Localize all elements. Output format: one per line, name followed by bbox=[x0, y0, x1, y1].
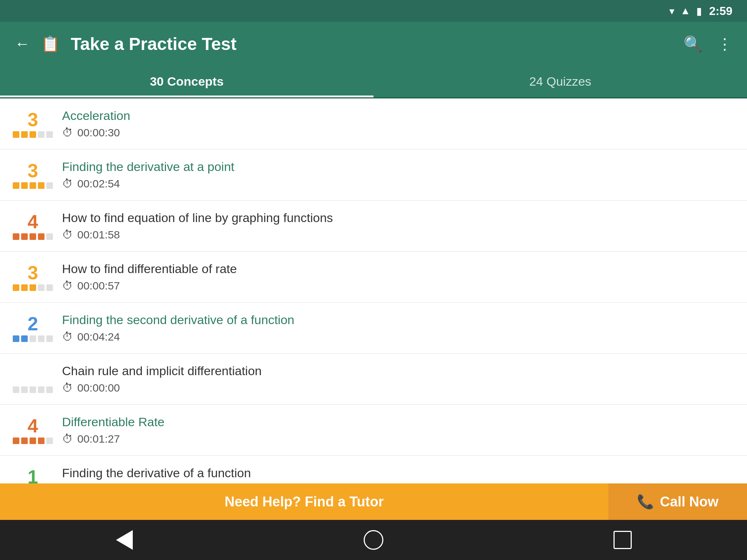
item-time: ⏱00:00:00 bbox=[62, 382, 732, 394]
score-dots bbox=[13, 438, 53, 444]
dot bbox=[38, 182, 44, 189]
item-title: Acceleration bbox=[62, 109, 732, 123]
header: ← 📋 Take a Practice Test 🔍 ⋮ bbox=[0, 22, 747, 66]
item-title: Finding the derivative at a point bbox=[62, 160, 732, 174]
dot bbox=[21, 182, 28, 189]
item-title: Chain rule and implicit differentiation bbox=[62, 364, 732, 378]
score-badge: 2 bbox=[15, 314, 51, 342]
item-info: Finding the derivative of a function⏱00:… bbox=[62, 466, 732, 483]
item-title: How to find differentiable of rate bbox=[62, 262, 732, 276]
dot bbox=[30, 233, 36, 240]
list-item[interactable]: 4How to find equation of line by graphin… bbox=[0, 201, 747, 252]
clock-icon: ⏱ bbox=[62, 178, 73, 190]
item-title: Differentiable Rate bbox=[62, 415, 732, 429]
dot bbox=[38, 386, 44, 393]
item-info: Finding the second derivative of a funct… bbox=[62, 313, 732, 343]
item-time-value: 00:04:24 bbox=[77, 331, 120, 343]
dot bbox=[30, 386, 36, 393]
dot bbox=[30, 182, 36, 189]
dot bbox=[46, 284, 53, 291]
clock-icon: ⏱ bbox=[62, 331, 73, 343]
score-number: 1 bbox=[28, 467, 38, 484]
document-icon: 📋 bbox=[41, 35, 60, 53]
tab-quizzes[interactable]: 24 Quizzes bbox=[374, 66, 747, 97]
score-dots bbox=[13, 284, 53, 291]
dot bbox=[46, 438, 53, 444]
list-item[interactable]: 1Finding the derivative of a function⏱00… bbox=[0, 456, 747, 483]
list-item[interactable]: 3Acceleration⏱00:00:30 bbox=[0, 98, 747, 149]
dot bbox=[13, 284, 19, 291]
list-item[interactable]: 2Finding the second derivative of a func… bbox=[0, 303, 747, 354]
nav-home-button[interactable] bbox=[359, 525, 388, 555]
dot bbox=[21, 386, 28, 393]
header-actions: 🔍 ⋮ bbox=[684, 35, 732, 53]
dot bbox=[30, 284, 36, 291]
item-time-value: 00:00:30 bbox=[77, 127, 120, 139]
item-time: ⏱00:00:57 bbox=[62, 280, 732, 292]
clock-icon: ⏱ bbox=[62, 127, 73, 139]
dot bbox=[30, 131, 36, 138]
tabs: 30 Concepts 24 Quizzes bbox=[0, 66, 747, 98]
list-item[interactable]: 3Finding the derivative at a point⏱00:02… bbox=[0, 149, 747, 201]
dot bbox=[21, 233, 28, 240]
score-number: 3 bbox=[28, 263, 38, 282]
dot bbox=[21, 438, 28, 444]
clock-icon: ⏱ bbox=[62, 229, 73, 241]
item-info: Chain rule and implicit differentiation⏱… bbox=[62, 364, 732, 394]
item-info: Differentiable Rate⏱00:01:27 bbox=[62, 415, 732, 445]
status-bar: ▾ ▲ ▮ 2:59 bbox=[0, 0, 747, 22]
phone-icon: 📞 bbox=[637, 494, 654, 510]
score-dots bbox=[13, 182, 53, 189]
nav-back-button[interactable] bbox=[110, 525, 139, 555]
dot bbox=[13, 233, 19, 240]
status-icons: ▾ ▲ ▮ bbox=[669, 5, 702, 17]
dot bbox=[46, 182, 53, 189]
dot bbox=[46, 131, 53, 138]
clock-icon: ⏱ bbox=[62, 382, 73, 394]
banner-help-text: Need Help? Find a Tutor bbox=[0, 494, 608, 510]
page-title: Take a Practice Test bbox=[71, 34, 673, 54]
score-number: 2 bbox=[28, 314, 38, 333]
bottom-banner: Need Help? Find a Tutor 📞 Call Now bbox=[0, 483, 747, 520]
item-time-value: 00:01:58 bbox=[77, 229, 120, 241]
list-item[interactable]: 4Differentiable Rate⏱00:01:27 bbox=[0, 405, 747, 456]
score-dots bbox=[13, 335, 53, 342]
dot bbox=[38, 233, 44, 240]
back-button[interactable]: ← bbox=[15, 35, 30, 52]
score-badge: 3 bbox=[15, 263, 51, 291]
item-info: Finding the derivative at a point⏱00:02:… bbox=[62, 160, 732, 190]
tab-concepts[interactable]: 30 Concepts bbox=[0, 66, 374, 97]
dot bbox=[21, 284, 28, 291]
call-now-button[interactable]: 📞 Call Now bbox=[608, 483, 747, 520]
score-dots bbox=[13, 131, 53, 138]
item-time: ⏱00:01:27 bbox=[62, 433, 732, 445]
nav-recents-button[interactable] bbox=[608, 525, 637, 555]
signal-icon: ▲ bbox=[680, 5, 690, 17]
score-number: 4 bbox=[28, 212, 38, 231]
item-info: How to find differentiable of rate⏱00:00… bbox=[62, 262, 732, 292]
item-time: ⏱00:02:54 bbox=[62, 178, 732, 190]
item-title: Finding the derivative of a function bbox=[62, 466, 732, 480]
dot bbox=[38, 131, 44, 138]
score-dots bbox=[13, 233, 53, 240]
dot bbox=[46, 335, 53, 342]
call-now-label: Call Now bbox=[660, 494, 718, 510]
dot bbox=[13, 131, 19, 138]
status-time: 2:59 bbox=[709, 4, 732, 18]
item-title: How to find equation of line by graphing… bbox=[62, 211, 732, 225]
dot bbox=[21, 335, 28, 342]
score-number: 4 bbox=[28, 416, 38, 435]
list-item[interactable]: 3How to find differentiable of rate⏱00:0… bbox=[0, 252, 747, 303]
item-time-value: 00:00:57 bbox=[77, 280, 120, 292]
list-item[interactable]: Chain rule and implicit differentiation⏱… bbox=[0, 354, 747, 405]
dot bbox=[46, 233, 53, 240]
more-options-button[interactable]: ⋮ bbox=[717, 35, 732, 53]
dot bbox=[30, 335, 36, 342]
score-badge: 3 bbox=[15, 110, 51, 138]
dot bbox=[38, 438, 44, 444]
item-time: ⏱00:01:58 bbox=[62, 229, 732, 241]
nav-bar bbox=[0, 520, 747, 560]
search-button[interactable]: 🔍 bbox=[684, 35, 703, 53]
score-badge: 4 bbox=[15, 212, 51, 240]
dot bbox=[13, 335, 19, 342]
